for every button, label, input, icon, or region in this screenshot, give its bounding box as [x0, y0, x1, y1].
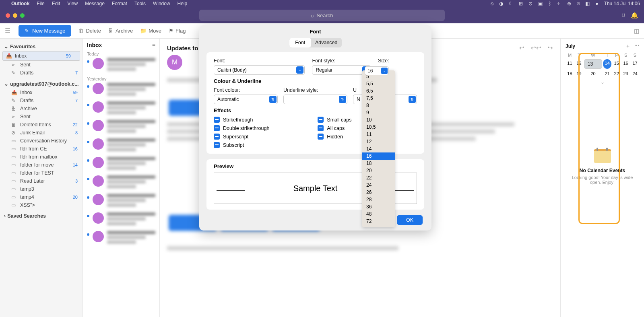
size-option[interactable]: 10 — [362, 116, 395, 124]
size-option[interactable]: 10,5 — [362, 124, 395, 131]
size-option[interactable]: 5,5 — [362, 80, 395, 87]
chevron-updown-icon: ⇅ — [269, 96, 277, 103]
ok-button[interactable]: OK — [397, 215, 423, 225]
size-option[interactable]: 6,5 — [362, 87, 395, 95]
size-option[interactable]: 28 — [362, 196, 395, 203]
effect-checkbox[interactable]: Strikethrough — [214, 117, 269, 123]
size-option[interactable]: 20 — [362, 167, 395, 174]
dialog-title: Font — [199, 25, 431, 38]
size-option[interactable]: 16 — [362, 152, 395, 160]
effect-label: Small caps — [327, 117, 351, 123]
size-label: Size: — [378, 58, 417, 64]
checkbox-icon — [318, 125, 324, 131]
underline-style-select[interactable]: ⇅ — [283, 95, 347, 104]
size-option[interactable]: 24 — [362, 181, 395, 189]
tab-font[interactable]: Font — [289, 38, 311, 47]
tab-advanced[interactable]: Advanced — [311, 38, 342, 47]
size-option[interactable]: 7,5 — [362, 95, 395, 102]
effect-label: Strikethrough — [223, 117, 253, 123]
font-select[interactable]: Calibri (Body)⌄ — [214, 65, 305, 75]
size-option[interactable]: 11 — [362, 131, 395, 138]
checkbox-icon — [214, 117, 220, 123]
checkbox-icon — [214, 142, 220, 148]
chevron-down-icon: ⌄ — [296, 66, 303, 74]
size-option[interactable]: 48 — [362, 210, 395, 218]
effect-checkbox[interactable]: Double strikethrough — [214, 125, 269, 131]
tab-segment: Font Advanced — [289, 38, 342, 47]
size-option[interactable]: 22 — [362, 174, 395, 181]
size-option[interactable]: 18 — [362, 160, 395, 167]
size-option[interactable]: 8 — [362, 102, 395, 109]
chevron-updown-icon: ⇅ — [339, 96, 346, 103]
size-option[interactable]: 14 — [362, 145, 395, 152]
effect-label: Hidden — [327, 134, 343, 140]
size-option[interactable]: 36 — [362, 203, 395, 210]
chevron-updown-icon: ⇅ — [409, 96, 416, 103]
checkbox-icon — [214, 125, 220, 131]
size-option[interactable]: 9 — [362, 109, 395, 116]
style-label: Font style: — [312, 58, 371, 64]
font-colour-select[interactable]: Automatic⇅ — [214, 95, 278, 104]
size-option[interactable]: 26 — [362, 189, 395, 196]
checkbox-icon — [318, 117, 324, 123]
font-colour-label: Font colour: — [214, 87, 278, 93]
effect-label: Subscript — [223, 142, 244, 148]
effect-checkbox[interactable]: Hidden — [318, 134, 351, 140]
preview-text: Sample Text — [293, 184, 338, 193]
chevron-down-icon: ⌄ — [381, 68, 388, 74]
size-option[interactable]: 12 — [362, 138, 395, 145]
size-input[interactable]: 16 ⌄ — [365, 66, 389, 75]
size-dropdown: 55,56,57,5891010,51112141618202224262836… — [362, 70, 395, 227]
font-dialog: Font Font Advanced Font: Calibri (Body)⌄… — [199, 25, 431, 231]
effect-label: Superscript — [223, 134, 248, 140]
effect-checkbox[interactable]: Subscript — [214, 142, 269, 148]
effect-checkbox[interactable]: All caps — [318, 125, 351, 131]
effect-checkbox[interactable]: Small caps — [318, 117, 351, 123]
checkbox-icon — [318, 134, 324, 140]
effect-label: Double strikethrough — [223, 126, 269, 131]
size-option[interactable]: 72 — [362, 218, 395, 225]
checkbox-icon — [214, 134, 220, 140]
effect-label: All caps — [327, 126, 345, 131]
font-label: Font: — [214, 58, 305, 64]
underline-style-label: Underline style: — [283, 87, 347, 93]
size-value: 16 — [367, 68, 373, 74]
effect-checkbox[interactable]: Superscript — [214, 134, 269, 140]
